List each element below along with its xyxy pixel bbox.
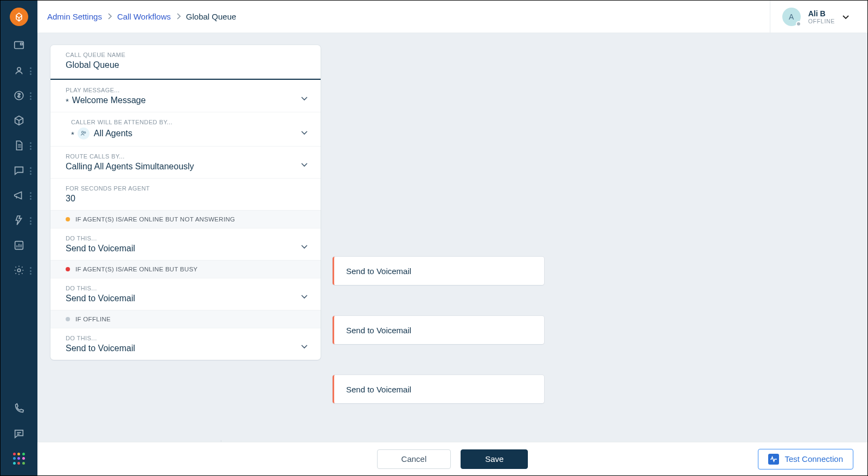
svg-rect-1 bbox=[21, 43, 23, 45]
avatar: A bbox=[782, 8, 801, 26]
field-value: Send to Voicemail bbox=[50, 244, 321, 260]
play-message-select[interactable]: PLAY MESSAGE... *Welcome Message bbox=[50, 80, 321, 112]
field-label: DO THIS... bbox=[50, 229, 321, 244]
field-label: CALL QUEUE NAME bbox=[50, 45, 321, 60]
branch-voicemail[interactable]: Send to Voicemail bbox=[333, 316, 544, 344]
field-value: Send to Voicemail bbox=[50, 294, 321, 310]
main: Admin Settings Call Workflows Global Que… bbox=[37, 1, 867, 475]
attended-by-select[interactable]: CALLER WILL BE ATTENDED BY... * All Agen… bbox=[50, 112, 321, 146]
field-label: FOR SECONDS PER AGENT bbox=[50, 179, 321, 194]
more-icon bbox=[30, 167, 35, 175]
breadcrumb-current: Global Queue bbox=[186, 12, 237, 21]
status-dot-icon bbox=[66, 317, 70, 321]
branch-voicemail[interactable]: Send to Voicemail bbox=[333, 375, 544, 403]
more-icon bbox=[30, 217, 35, 225]
breadcrumb-admin-settings[interactable]: Admin Settings bbox=[47, 12, 102, 21]
chevron-right-icon bbox=[176, 12, 181, 21]
field-label: DO THIS... bbox=[50, 278, 321, 294]
content: CALL QUEUE NAME Global Queue PLAY MESSAG… bbox=[37, 33, 867, 442]
sidebar bbox=[1, 1, 37, 475]
svg-point-6 bbox=[81, 131, 84, 134]
test-connection-label: Test Connection bbox=[784, 454, 843, 464]
save-button[interactable]: Save bbox=[461, 449, 528, 469]
condition-online-not-answering: IF AGENT(S) IS/ARE ONLINE BUT NOT ANSWER… bbox=[50, 210, 321, 228]
nav-item-product[interactable] bbox=[1, 108, 37, 133]
condition-label: IF OFFLINE bbox=[75, 316, 111, 322]
nav-item-reports[interactable] bbox=[1, 233, 37, 258]
breadcrumb-call-workflows[interactable]: Call Workflows bbox=[117, 12, 171, 21]
svg-point-7 bbox=[84, 132, 86, 134]
more-icon bbox=[30, 192, 35, 200]
cancel-button[interactable]: Cancel bbox=[377, 449, 451, 469]
call-queue-panel: CALL QUEUE NAME Global Queue PLAY MESSAG… bbox=[50, 45, 321, 360]
status-dot-icon bbox=[66, 217, 70, 221]
more-icon bbox=[30, 142, 35, 150]
chevron-down-icon bbox=[301, 160, 308, 169]
nav-item-chat[interactable] bbox=[1, 421, 37, 446]
field-value: Global Queue bbox=[50, 60, 321, 79]
field-value: * All Agents bbox=[56, 128, 321, 146]
condition-online-busy: IF AGENT(S) IS/ARE ONLINE BUT BUSY bbox=[50, 260, 321, 278]
seconds-per-agent-field[interactable]: FOR SECONDS PER AGENT 30 bbox=[50, 178, 321, 210]
topbar: Admin Settings Call Workflows Global Que… bbox=[37, 1, 867, 33]
pulse-icon bbox=[768, 454, 779, 465]
avatar-initial: A bbox=[789, 12, 794, 21]
status-dot-icon bbox=[796, 21, 801, 27]
nav-item-conversations[interactable] bbox=[1, 158, 37, 183]
nav-item-settings[interactable] bbox=[1, 258, 37, 283]
action-not-answering-select[interactable]: DO THIS... Send to Voicemail bbox=[50, 228, 321, 260]
nav-item-deals[interactable] bbox=[1, 83, 37, 108]
agents-icon bbox=[78, 128, 90, 139]
app-logo[interactable] bbox=[1, 1, 37, 33]
chevron-down-icon bbox=[301, 242, 308, 251]
action-offline-select[interactable]: DO THIS... Send to Voicemail bbox=[50, 328, 321, 360]
chevron-down-icon bbox=[843, 12, 849, 22]
action-busy-select[interactable]: DO THIS... Send to Voicemail bbox=[50, 278, 321, 310]
nav-item-campaigns[interactable] bbox=[1, 183, 37, 208]
more-icon bbox=[30, 267, 35, 275]
breadcrumb: Admin Settings Call Workflows Global Que… bbox=[47, 12, 236, 21]
svg-point-2 bbox=[17, 67, 21, 71]
field-label: PLAY MESSAGE... bbox=[50, 80, 321, 96]
field-label: ROUTE CALLS BY... bbox=[50, 147, 321, 162]
branch-column: Send to Voicemail Send to Voicemail Send… bbox=[333, 45, 544, 403]
nav-item-screen[interactable] bbox=[1, 33, 37, 58]
field-value: *Welcome Message bbox=[50, 96, 321, 112]
chevron-right-icon bbox=[107, 12, 112, 21]
nav-item-docs[interactable] bbox=[1, 133, 37, 158]
queue-name-field[interactable]: CALL QUEUE NAME Global Queue bbox=[50, 45, 321, 80]
field-label: CALLER WILL BE ATTENDED BY... bbox=[56, 112, 321, 128]
more-icon bbox=[30, 67, 35, 75]
field-value: 30 bbox=[50, 194, 321, 210]
field-value: Calling All Agents Simultaneously bbox=[50, 162, 321, 178]
nav-item-phone[interactable] bbox=[1, 396, 37, 421]
more-icon bbox=[30, 92, 35, 100]
user-status: OFFLINE bbox=[808, 18, 835, 24]
test-connection-button[interactable]: Test Connection bbox=[758, 449, 853, 469]
nav-item-automation[interactable] bbox=[1, 208, 37, 233]
chevron-down-icon bbox=[301, 341, 308, 351]
footer-bar: Cancel Save Test Connection bbox=[37, 442, 867, 475]
nav-item-apps[interactable] bbox=[1, 446, 37, 471]
user-name: Ali B bbox=[808, 9, 835, 18]
user-menu[interactable]: A Ali B OFFLINE bbox=[770, 1, 858, 33]
status-dot-icon bbox=[66, 267, 70, 271]
field-value: Send to Voicemail bbox=[50, 344, 321, 360]
svg-point-5 bbox=[17, 269, 21, 272]
nav-item-contacts[interactable] bbox=[1, 58, 37, 83]
chevron-down-icon bbox=[301, 93, 308, 103]
route-calls-select[interactable]: ROUTE CALLS BY... Calling All Agents Sim… bbox=[50, 146, 321, 178]
chevron-down-icon bbox=[301, 291, 308, 301]
chevron-down-icon bbox=[301, 128, 308, 137]
branch-voicemail[interactable]: Send to Voicemail bbox=[333, 257, 544, 285]
condition-offline: IF OFFLINE bbox=[50, 310, 321, 328]
field-label: DO THIS... bbox=[50, 328, 321, 344]
condition-label: IF AGENT(S) IS/ARE ONLINE BUT BUSY bbox=[75, 266, 197, 272]
condition-label: IF AGENT(S) IS/ARE ONLINE BUT NOT ANSWER… bbox=[75, 216, 235, 223]
